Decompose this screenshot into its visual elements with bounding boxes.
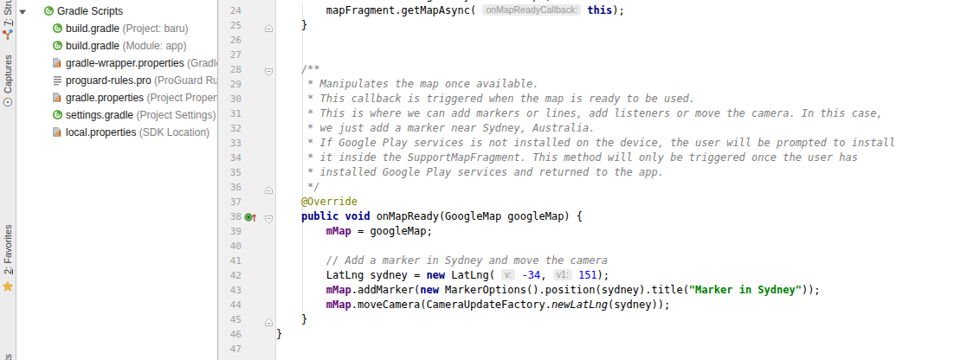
- line-number: 42: [218, 268, 242, 283]
- properties-icon: [52, 126, 63, 138]
- line-number: 28: [218, 62, 242, 77]
- code-line-40: [276, 239, 980, 254]
- gutter-row-29: 29: [218, 77, 275, 92]
- code-line-32: * we just add a marker near Sydney, Aust…: [276, 121, 980, 136]
- stripe-button-label: 7: Structure: [3, 0, 14, 26]
- star-icon: [2, 280, 14, 292]
- gradle-icon: [52, 40, 63, 51]
- tree-item-label: gradle.properties (Project Properti: [66, 91, 217, 105]
- line-number: 32: [218, 121, 242, 136]
- line-number: 39: [218, 224, 242, 239]
- code-line-25: }: [276, 18, 980, 33]
- code-line-39: mMap = googleMap;: [276, 224, 980, 239]
- gutter-row-24: 24: [218, 3, 275, 18]
- gutter-row-41: 41: [218, 254, 275, 268]
- tree-item-label: gradle-wrapper.properties (Gradle: [66, 56, 217, 70]
- tree-item-detail: (ProGuard Rul: [152, 74, 217, 87]
- fold-marker-up-icon[interactable]: [264, 315, 274, 325]
- line-number: 37: [218, 195, 242, 209]
- line-number: 46: [218, 327, 242, 342]
- gutter-row-38: 38: [218, 209, 275, 224]
- line-number: 31: [218, 106, 242, 121]
- tool-window-stripe: 7: StructureCaptures2: FavoritesBuild Va…: [0, 0, 16, 360]
- gutter-row-31: 31: [218, 106, 275, 121]
- fold-marker-down-icon[interactable]: [264, 65, 274, 74]
- code-line-42: LatLng sydney = new LatLng( v: -34, v1: …: [276, 268, 980, 283]
- tree-item-local-properties[interactable]: local.properties (SDK Location): [16, 124, 217, 141]
- fold-marker-up-icon[interactable]: [264, 183, 274, 192]
- parameter-hint-chip: v:: [501, 269, 515, 280]
- gutter-row-25: 25: [218, 18, 275, 33]
- gutter-row-40: 40: [218, 239, 275, 254]
- gutter-row-46: 46: [218, 327, 275, 342]
- tree-item-detail: (Project: baru): [119, 22, 188, 35]
- expand-arrow-icon[interactable]: [18, 7, 27, 16]
- tree-item-label: build.gradle (Module: app): [66, 39, 186, 53]
- code-line-24: mapFragment.getMapAsync( onMapReadyCallb…: [276, 3, 980, 18]
- gradle-icon: [52, 22, 63, 34]
- stripe-button-label: Captures: [3, 55, 14, 93]
- tree-item-label: settings.gradle (Project Settings): [66, 108, 216, 122]
- gutter-row-35: 35: [218, 165, 275, 180]
- gutter-row-45: 45: [218, 312, 275, 327]
- parameter-hint-chip: v1:: [553, 269, 572, 280]
- code-line-27: [276, 48, 980, 62]
- tree-item-gradle-properties[interactable]: gradle.properties (Project Properti: [16, 89, 217, 106]
- code-editor[interactable]: .findFragmentById(R.id.map); mapFragment…: [276, 0, 980, 360]
- gutter-row-39: 39: [218, 224, 275, 239]
- gutter-row-44: 44: [218, 298, 275, 312]
- fold-marker-up-icon[interactable]: [264, 21, 274, 30]
- line-number: 29: [218, 77, 242, 92]
- gradle-icon: [52, 109, 63, 120]
- code-line-26: [276, 33, 980, 48]
- line-number: 30: [218, 92, 242, 106]
- tree-item-proguard-rules-pro[interactable]: proguard-rules.pro (ProGuard Rul: [16, 72, 217, 89]
- code-line-28: /**: [276, 62, 980, 77]
- gutter-row-37: 37: [218, 195, 275, 209]
- fold-marker-down-icon[interactable]: [264, 212, 274, 222]
- gradle-icon: [43, 5, 55, 16]
- gutter-row-30: 30: [218, 92, 275, 106]
- code-line-33: * If Google Play services is not install…: [276, 136, 980, 151]
- line-number: 34: [218, 151, 242, 165]
- code-line-44: mMap.moveCamera(CameraUpdateFactory.newL…: [276, 298, 980, 312]
- tree-item-detail: (SDK Location): [136, 126, 210, 138]
- line-number: 35: [218, 165, 242, 180]
- override-icon[interactable]: [244, 211, 257, 223]
- line-number: 45: [218, 312, 242, 327]
- line-number: 40: [218, 239, 242, 254]
- text-file-icon: [52, 74, 63, 86]
- code-line-43: mMap.addMarker(new MarkerOptions().posit…: [276, 283, 980, 298]
- project-tree-panel[interactable]: Gradle Scriptsbuild.gradle (Project: bar…: [16, 0, 218, 360]
- tree-item-label: build.gradle (Project: baru): [66, 22, 188, 35]
- code-line-41: // Add a marker in Sydney and move the c…: [276, 254, 980, 268]
- line-number: 44: [218, 298, 242, 312]
- tree-item-detail: (Project Settings): [133, 109, 216, 121]
- code-line-35: * installed Google Play services and ret…: [276, 165, 980, 180]
- gutter-row-27: 27: [218, 48, 275, 62]
- editor-gutter: 2425262728293031323334353637383940414243…: [218, 0, 276, 360]
- line-number: 36: [218, 180, 242, 195]
- line-number: 41: [218, 254, 242, 268]
- tree-item-build-gradle[interactable]: build.gradle (Project: baru): [16, 20, 217, 37]
- code-line-36: */: [276, 180, 980, 195]
- code-line-46: }: [276, 327, 980, 342]
- tree-item-settings-gradle[interactable]: settings.gradle (Project Settings): [16, 106, 217, 124]
- tree-item-label: Gradle Scripts: [57, 4, 123, 18]
- tree-item-detail: (Gradle: [184, 57, 217, 69]
- tree-item-gradle-wrapper-properties[interactable]: gradle-wrapper.properties (Gradle: [16, 55, 217, 72]
- gutter-row-42: 42: [218, 268, 275, 283]
- tree-item-build-gradle[interactable]: build.gradle (Module: app): [16, 37, 217, 55]
- tree-item-label: local.properties (SDK Location): [66, 125, 210, 139]
- stripe-button-label: Build Variants: [3, 354, 14, 360]
- gutter-row-43: 43: [218, 283, 275, 298]
- tree-node-gradle-scripts[interactable]: Gradle Scripts: [16, 3, 217, 20]
- structure-icon: [2, 29, 14, 41]
- code-line-45: }: [276, 312, 980, 327]
- line-number: 47: [218, 342, 242, 357]
- code-line-30: * This callback is triggered when the ma…: [276, 92, 980, 106]
- properties-icon: [52, 92, 63, 103]
- line-number: 38: [218, 209, 242, 224]
- gutter-row-26: 26: [218, 33, 275, 48]
- code-line-34: * it inside the SupportMapFragment. This…: [276, 151, 980, 165]
